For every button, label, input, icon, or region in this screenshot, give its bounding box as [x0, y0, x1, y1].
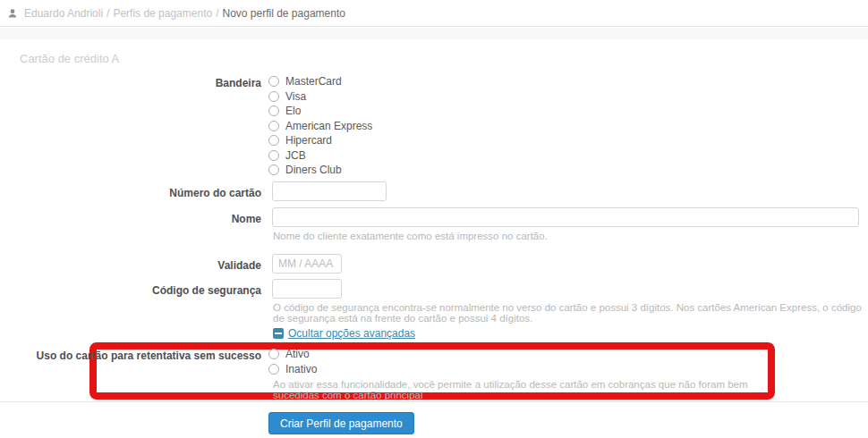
create-payment-profile-button[interactable]: Criar Perfil de pagamento: [268, 412, 414, 434]
bandeira-radio-option[interactable]: Visa: [268, 91, 372, 103]
breadcrumb-link-user[interactable]: Eduardo Andrioli: [24, 7, 103, 20]
radio-icon[interactable]: [268, 91, 279, 102]
radio-icon[interactable]: [268, 164, 279, 175]
name-label: Nome: [0, 213, 261, 225]
radio-icon[interactable]: [268, 150, 279, 161]
radio-option-label: Hipercard: [285, 134, 332, 147]
bandeira-radio-option[interactable]: JCB: [268, 150, 372, 162]
radio-option-label: MasterCard: [285, 75, 342, 88]
collapse-minus-icon: [273, 328, 284, 339]
subheader-band: [0, 28, 868, 39]
breadcrumb-current: Novo perfil de pagamento: [223, 7, 345, 20]
bandeira-radio-option[interactable]: MasterCard: [268, 76, 372, 88]
retry-radio-option[interactable]: Ativo: [268, 349, 317, 360]
radio-option-label: Elo: [285, 105, 301, 117]
radio-option-label: American Express: [285, 120, 372, 132]
radio-icon[interactable]: [268, 135, 279, 146]
bandeira-radio-option[interactable]: Diners Club: [268, 164, 372, 176]
bandeira-label: Bandeira: [0, 77, 261, 89]
card-number-label: Número do cartão: [0, 187, 261, 199]
radio-option-label: Ativo: [285, 348, 310, 360]
security-code-label: Código de segurança: [0, 284, 261, 297]
divider: [0, 401, 868, 402]
bandeira-options: MasterCard Visa Elo American Express Hip…: [268, 76, 372, 176]
name-input[interactable]: [272, 207, 859, 227]
section-title: Cartão de crédito A: [20, 52, 119, 65]
bandeira-radio-option[interactable]: American Express: [268, 121, 372, 132]
bandeira-radio-option[interactable]: Elo: [268, 105, 372, 117]
new-payment-profile-page: Eduardo Andrioli / Perfis de pagamento /…: [0, 0, 868, 438]
radio-option-label: Inativo: [285, 363, 317, 375]
card-number-input[interactable]: [272, 181, 387, 201]
name-help-text: Nome do cliente exatamente como está imp…: [273, 231, 548, 241]
retry-radio-option[interactable]: Inativo: [268, 364, 317, 375]
hide-advanced-options-label: Ocultar opções avançadas: [288, 327, 415, 340]
expiry-label: Validade: [0, 259, 261, 272]
radio-option-label: Visa: [285, 90, 306, 103]
radio-icon[interactable]: [268, 105, 279, 116]
radio-icon[interactable]: [268, 364, 279, 375]
security-code-help-text: O código de segurança encontra-se normal…: [273, 302, 864, 324]
radio-icon[interactable]: [268, 349, 279, 359]
radio-option-label: Diners Club: [285, 164, 342, 176]
bandeira-radio-option[interactable]: Hipercard: [268, 135, 372, 147]
security-code-input[interactable]: [272, 279, 342, 299]
retry-usage-help-text: Ao ativar essa funcionalidade, você perm…: [273, 379, 774, 400]
breadcrumb-separator: /: [106, 7, 109, 20]
hide-advanced-options-link[interactable]: Ocultar opções avançadas: [273, 327, 415, 340]
radio-option-label: JCB: [285, 149, 306, 162]
radio-icon[interactable]: [268, 121, 279, 131]
breadcrumb-separator: /: [216, 7, 218, 20]
person-icon: [7, 8, 18, 19]
retry-usage-options: Ativo Inativo: [268, 349, 317, 375]
radio-icon[interactable]: [268, 76, 279, 87]
retry-usage-label: Uso do cartão para retentativa sem suces…: [0, 350, 261, 362]
breadcrumb-link-payment-profiles[interactable]: Perfis de pagamento: [113, 7, 212, 20]
breadcrumb: Eduardo Andrioli / Perfis de pagamento /…: [0, 0, 868, 27]
expiry-input[interactable]: [272, 254, 342, 274]
